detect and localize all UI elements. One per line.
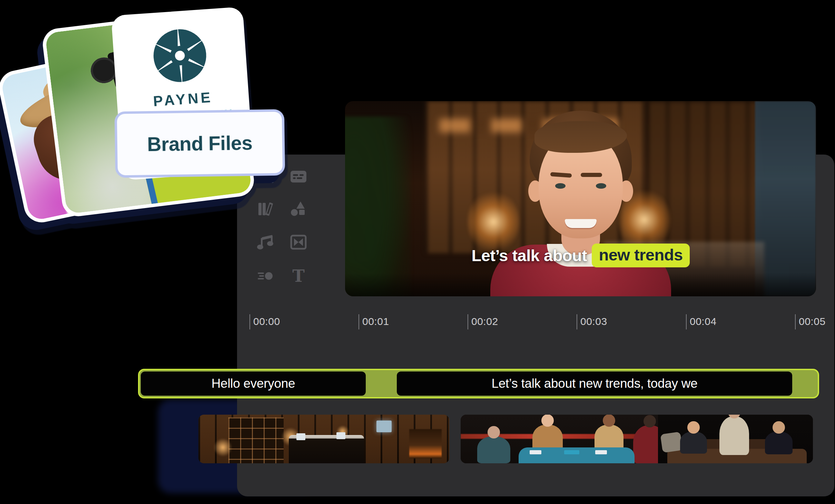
studio-monitor	[336, 432, 345, 439]
brand-files-text: Brand Files	[147, 131, 253, 156]
timeline-ruler[interactable]: 00:00 00:01 00:02 00:03 00:04 00:05	[237, 314, 834, 332]
studio-monitor	[296, 433, 305, 440]
ruler-tick: 00:05	[795, 314, 826, 329]
presenter-smile	[565, 219, 597, 228]
aperture-logo-icon	[149, 24, 211, 87]
tick-mark	[249, 314, 250, 329]
subtitle-text: Let’s talk about new trends, today we	[491, 376, 697, 391]
caption-text: Let’s talk about	[471, 246, 587, 265]
ruler-tick: 00:01	[358, 314, 389, 329]
tick-label: 00:04	[690, 314, 717, 329]
table-folder	[564, 450, 579, 454]
podcast-table	[519, 447, 635, 463]
tick-label: 00:00	[253, 314, 280, 329]
cushion	[660, 432, 683, 453]
tick-label: 00:01	[362, 314, 389, 329]
marketing-composition: T 00:00 00:01 00:02 00:03 00:04 00:05	[0, 0, 835, 504]
person-silhouette	[719, 416, 749, 455]
timeline-clip-podcast[interactable]	[461, 415, 813, 463]
person-silhouette	[477, 436, 510, 463]
studio-window-grid	[228, 417, 284, 463]
subtitle-track[interactable]: Hello everyone Let’s talk about new tren…	[138, 369, 819, 398]
tick-mark	[795, 314, 796, 329]
table-papers	[595, 450, 607, 454]
person-silhouette	[765, 432, 793, 454]
person-silhouette	[680, 432, 707, 454]
presenter-eye	[596, 183, 606, 189]
timeline-clip-studio[interactable]	[198, 415, 449, 463]
tick-label: 00:03	[580, 314, 607, 329]
text-tool-icon[interactable]: T	[289, 266, 308, 286]
tick-label: 00:02	[471, 314, 498, 329]
presenter-eyebrow	[581, 173, 602, 177]
subtitle-text: Hello everyone	[212, 376, 295, 391]
podcast-scene	[461, 415, 658, 463]
video-preview[interactable]: Let’s talk about new trends	[345, 101, 816, 296]
tick-mark	[468, 314, 468, 329]
ruler-tick: 00:03	[577, 314, 607, 329]
studio-shelf	[409, 429, 442, 458]
video-caption: Let’s talk about new trends	[345, 241, 816, 270]
svg-text:T: T	[292, 266, 305, 286]
brand-files-collage: PAYNE PHOTOGRAPHY Brand Files	[0, 0, 311, 241]
ruler-tick: 00:00	[249, 314, 280, 329]
studio-lamp	[214, 438, 232, 457]
studio-tv-screen	[376, 421, 392, 432]
brand-files-label: Brand Files	[115, 109, 285, 178]
subtitle-block[interactable]: Hello everyone	[141, 372, 366, 396]
ruler-tick: 00:02	[468, 314, 498, 329]
couch-scene	[658, 415, 813, 463]
tick-mark	[358, 314, 359, 329]
tick-mark	[577, 314, 577, 329]
tick-label: 00:05	[799, 314, 826, 329]
subtitle-block[interactable]: Let’s talk about new trends, today we	[397, 372, 792, 396]
ruler-tick: 00:04	[686, 314, 717, 329]
caption-highlight: new trends	[592, 244, 689, 267]
tick-mark	[686, 314, 687, 329]
presenter-eye	[555, 183, 566, 189]
table-papers	[530, 450, 541, 454]
motion-icon[interactable]	[256, 266, 275, 286]
